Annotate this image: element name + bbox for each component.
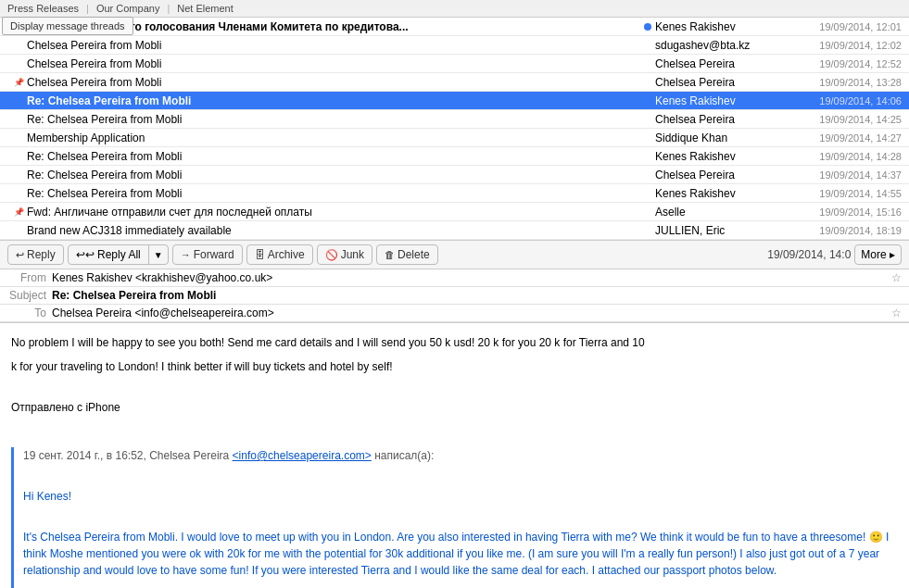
- quoted-email-link[interactable]: <info@chelseapereira.com>: [233, 449, 372, 462]
- email-sender: sdugashev@bta.kz: [637, 39, 785, 52]
- from-label: From: [7, 271, 52, 284]
- email-date: 19/09/2014, 12:02: [785, 40, 905, 51]
- email-sender: Chelsea Pereira: [637, 113, 785, 126]
- message-date: 19/09/2014, 14:0: [767, 248, 851, 261]
- tab-net-element[interactable]: Net Element: [173, 2, 237, 15]
- email-sender: Kenes Rakishev: [637, 187, 785, 200]
- from-row: From Kenes Rakishev <krakhishev@yahoo.co…: [0, 269, 909, 287]
- unread-dot: [4, 190, 11, 197]
- email-sender: Kenes Rakishev: [637, 150, 785, 163]
- unread-dot: [4, 60, 11, 68]
- sender-dot: [644, 23, 651, 31]
- email-row[interactable]: Re: Chelsea Pereira from MobliKenes Raki…: [0, 147, 909, 166]
- email-date: 19/09/2014, 15:16: [785, 206, 905, 218]
- email-sender: Kenes Rakishev: [637, 94, 785, 107]
- quoted-para1: It's Chelsea Pereira from Mobli. I would…: [23, 529, 898, 579]
- forward-button[interactable]: → Forward: [172, 244, 243, 265]
- email-sender: JULLIEN, Eric: [637, 224, 785, 237]
- email-subject: Re: Chelsea Pereira from Mobli: [27, 150, 637, 163]
- email-list: Бюллетень заочного голосования Членами К…: [0, 18, 909, 241]
- pin-icon: 📌: [14, 207, 25, 217]
- junk-icon: 🚫: [325, 249, 338, 261]
- email-row[interactable]: Re: Chelsea Pereira from MobliKenes Raki…: [0, 92, 909, 110]
- to-star-icon[interactable]: ☆: [891, 307, 902, 319]
- email-date: 19/09/2014, 18:19: [785, 225, 905, 236]
- email-row[interactable]: Brand new ACJ318 immediately availableJU…: [0, 221, 909, 240]
- to-row: To Chelsea Pereira <info@chelseapereira.…: [0, 305, 909, 322]
- quoted-hi: Hi Kenes!: [23, 488, 898, 505]
- more-button[interactable]: More ▸: [854, 244, 902, 265]
- body-line1: No problem I will be happy to see you bo…: [11, 334, 898, 351]
- email-subject: Membership Application: [27, 131, 637, 144]
- from-value: Kenes Rakishev <krakhishev@yahoo.co.uk>: [52, 271, 888, 284]
- email-sender: Chelsea Pereira: [637, 57, 785, 70]
- delete-icon: 🗑: [385, 249, 395, 260]
- tab-bar: Press Releases | Our Company | Net Eleme…: [0, 0, 909, 18]
- email-subject: Brand new ACJ318 immediately available: [27, 224, 637, 237]
- body-sent: Отправлено с iPhone: [11, 399, 898, 416]
- sender-dot: [644, 190, 651, 197]
- email-subject: Re: Chelsea Pereira from Mobli: [27, 113, 637, 126]
- reply-all-icon: ↩↩: [76, 248, 95, 261]
- archive-button[interactable]: 🗄 Archive: [246, 244, 313, 265]
- email-subject: Re: Chelsea Pereira from Mobli: [27, 187, 637, 200]
- email-row[interactable]: 📌Fwd: Англичане отправили счет для после…: [0, 203, 909, 221]
- email-date: 19/09/2014, 13:28: [785, 77, 905, 88]
- forward-icon: →: [181, 249, 191, 260]
- sender-dot: [644, 60, 651, 68]
- email-sender: Chelsea Pereira: [637, 169, 785, 181]
- sender-dot: [644, 116, 651, 123]
- unread-dot: [4, 97, 11, 105]
- tab-our-company[interactable]: Our Company: [93, 2, 163, 15]
- unread-dot: [4, 42, 11, 49]
- email-row[interactable]: Re: Chelsea Pereira from MobliKenes Raki…: [0, 184, 909, 203]
- reply-all-dropdown[interactable]: ▼: [149, 247, 168, 263]
- tooltip: Display message threads: [2, 17, 133, 35]
- email-date: 19/09/2014, 14:27: [785, 132, 905, 144]
- from-star-icon[interactable]: ☆: [891, 271, 902, 284]
- sender-dot: [644, 227, 651, 234]
- email-row[interactable]: Membership ApplicationSiddique Khan19/09…: [0, 129, 909, 147]
- message-pane-header: ↩ Reply ↩↩ Reply All ▼ → Forward 🗄 Archi…: [0, 241, 909, 323]
- unread-dot: [4, 227, 11, 234]
- archive-icon: 🗄: [255, 249, 265, 260]
- sender-dot: [644, 171, 651, 179]
- email-sender: Siddique Khan: [637, 131, 785, 144]
- email-row[interactable]: Re: Chelsea Pereira from MobliChelsea Pe…: [0, 166, 909, 184]
- email-sender: Chelsea Pereira: [637, 76, 785, 89]
- message-body: No problem I will be happy to see you bo…: [0, 323, 909, 588]
- email-date: 19/09/2014, 14:25: [785, 114, 905, 125]
- email-date: 19/09/2014, 14:37: [785, 169, 905, 181]
- email-row[interactable]: 📌Chelsea Pereira from MobliChelsea Perei…: [0, 73, 909, 92]
- unread-dot: [4, 134, 11, 142]
- email-row[interactable]: Re: Chelsea Pereira from MobliChelsea Pe…: [0, 110, 909, 129]
- email-subject: Fwd: Англичане отправили счет для послед…: [27, 206, 637, 219]
- sender-dot: [644, 79, 651, 86]
- email-sender: Kenes Rakishev: [637, 20, 785, 33]
- sender-dot: [644, 134, 651, 142]
- sender-dot: [644, 42, 651, 49]
- unread-dot: [4, 171, 11, 179]
- email-row[interactable]: Chelsea Pereira from Moblisdugashev@bta.…: [0, 36, 909, 55]
- unread-dot: [4, 79, 11, 86]
- to-label: To: [7, 307, 52, 319]
- email-subject: Re: Chelsea Pereira from Mobli: [27, 169, 637, 181]
- sender-dot: [644, 208, 651, 216]
- message-toolbar: ↩ Reply ↩↩ Reply All ▼ → Forward 🗄 Archi…: [0, 241, 909, 269]
- quoted-header: 19 сент. 2014 г., в 16:52, Chelsea Perei…: [23, 447, 898, 464]
- tab-press-releases[interactable]: Press Releases: [4, 2, 82, 15]
- unread-dot: [4, 116, 11, 123]
- email-row[interactable]: Бюллетень заочного голосования Членами К…: [0, 18, 909, 36]
- junk-button[interactable]: 🚫 Junk: [317, 244, 372, 265]
- reply-icon: ↩: [16, 249, 24, 261]
- email-subject: Chelsea Pereira from Mobli: [27, 57, 637, 70]
- email-row[interactable]: Chelsea Pereira from MobliChelsea Pereir…: [0, 55, 909, 73]
- unread-dot: [4, 208, 11, 216]
- reply-all-group: ↩↩ Reply All ▼: [68, 244, 169, 265]
- delete-button[interactable]: 🗑 Delete: [376, 244, 438, 265]
- subject-row: Subject Re: Chelsea Pereira from Mobli: [0, 287, 909, 305]
- to-value: Chelsea Pereira <info@chelseapereira.com…: [52, 307, 888, 319]
- reply-button[interactable]: ↩ Reply: [7, 244, 64, 265]
- pin-icon: 📌: [14, 78, 25, 87]
- reply-all-button[interactable]: ↩↩ Reply All: [69, 245, 149, 264]
